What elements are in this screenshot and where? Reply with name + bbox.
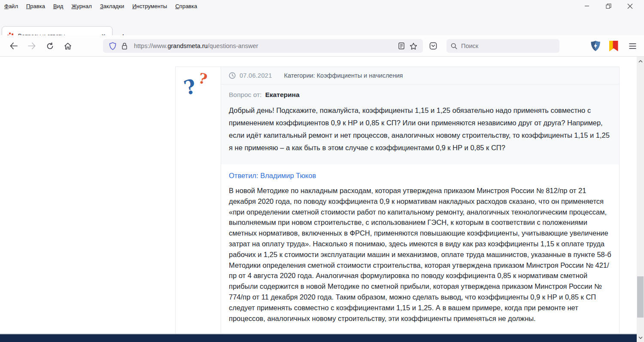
page-viewport: ? ? 07.06.2021 Категории: Коэффициенты и… (0, 57, 637, 334)
answer-text: В новой Методике по накладным расходам, … (229, 185, 611, 324)
reload-icon (46, 42, 54, 50)
menu-help[interactable]: Справка (175, 3, 197, 9)
tab-strip: Вопросы и ответы × + (0, 12, 644, 35)
qa-card-body: 07.06.2021 Категории: Коэффициенты и нач… (221, 67, 619, 335)
home-button[interactable] (61, 39, 75, 53)
menu-bookmarks[interactable]: Закладки (100, 3, 124, 9)
menu-tools[interactable]: Инструменты (132, 3, 167, 9)
close-icon (627, 3, 633, 9)
back-arrow-icon (10, 42, 18, 49)
scrollbar-up-icon (638, 60, 643, 63)
window-controls (576, 0, 641, 12)
question-section: 07.06.2021 Категории: Коэффициенты и нач… (221, 67, 619, 164)
reader-view-button[interactable] (395, 40, 407, 52)
clock-icon (229, 72, 236, 79)
scrollbar-thumb[interactable] (637, 276, 644, 318)
search-input[interactable] (461, 42, 547, 49)
scrollbar-up-button[interactable] (637, 58, 644, 65)
vertical-scrollbar[interactable] (637, 57, 644, 342)
menu-bar: Файл Правка Вид Журнал Закладки Инструме… (0, 0, 644, 12)
answer-section: Ответил: Владимир Тюков В новой Методике… (221, 164, 619, 335)
search-icon (451, 43, 457, 49)
restore-button[interactable] (598, 0, 619, 12)
question-text: Добрый день! Подскажите, пожалуйста, коэ… (221, 99, 619, 164)
menu-file[interactable]: Файл (4, 3, 18, 9)
back-button[interactable] (7, 39, 21, 53)
home-icon (64, 42, 72, 50)
adguard-shield-icon (590, 40, 601, 51)
minimize-button[interactable] (576, 0, 598, 12)
close-button[interactable] (619, 0, 641, 12)
reader-view-icon (398, 42, 404, 49)
ribbon-flag-icon (609, 41, 618, 51)
menu-edit[interactable]: Правка (26, 3, 45, 9)
forward-button[interactable] (25, 39, 39, 53)
question-meta-row: 07.06.2021 Категории: Коэффициенты и нач… (221, 67, 619, 85)
scrollbar-down-button[interactable] (637, 334, 644, 341)
url-text[interactable]: https://www.grandsmeta.ru/questions-answ… (134, 42, 395, 49)
pocket-icon (429, 42, 437, 50)
scrollbar-down-icon (638, 336, 643, 339)
app-menu-button[interactable] (625, 39, 640, 53)
url-scheme: https://www. (134, 42, 167, 49)
qa-card: ? ? 07.06.2021 Категории: Коэффициенты и… (175, 67, 620, 335)
pocket-button[interactable] (426, 39, 440, 53)
menu-view[interactable]: Вид (53, 3, 64, 9)
answer-author-link[interactable]: Ответил: Владимир Тюков (229, 172, 611, 180)
question-mark-blue-icon: ? (182, 75, 198, 100)
lock-icon[interactable] (118, 40, 131, 52)
search-bar[interactable] (447, 39, 559, 53)
question-from-label: Вопрос от: (229, 91, 261, 98)
url-domain: grandsmeta.ru (167, 42, 208, 49)
reload-button[interactable] (43, 39, 57, 53)
question-author-name: Екатерина (265, 91, 300, 98)
extension-adguard-button[interactable] (588, 39, 603, 53)
question-mark-orange-icon: ? (197, 70, 209, 88)
question-author-row: Вопрос от: Екатерина (221, 85, 619, 99)
browser-window: Файл Правка Вид Журнал Закладки Инструме… (0, 0, 644, 342)
bookmark-star-button[interactable] (407, 40, 419, 52)
url-path: /questions-answer (208, 42, 258, 49)
hamburger-menu-icon (629, 43, 636, 49)
minimize-icon (584, 3, 589, 9)
forward-arrow-icon (28, 42, 36, 49)
tracking-protection-shield-icon[interactable] (106, 40, 118, 52)
star-icon (410, 42, 417, 50)
qa-card-icon-column: ? ? (176, 67, 221, 335)
question-categories: Категории: Коэффициенты и начисления (284, 72, 403, 79)
navigation-toolbar: https://www.grandsmeta.ru/questions-answ… (0, 35, 644, 57)
extension-bookmarks-flag-button[interactable] (606, 39, 621, 53)
question-date: 07.06.2021 (240, 72, 272, 79)
menu-history[interactable]: Журнал (71, 3, 91, 9)
url-bar[interactable]: https://www.grandsmeta.ru/questions-answ… (103, 39, 423, 53)
site-footer-bar (0, 333, 637, 342)
restore-icon (606, 3, 611, 9)
